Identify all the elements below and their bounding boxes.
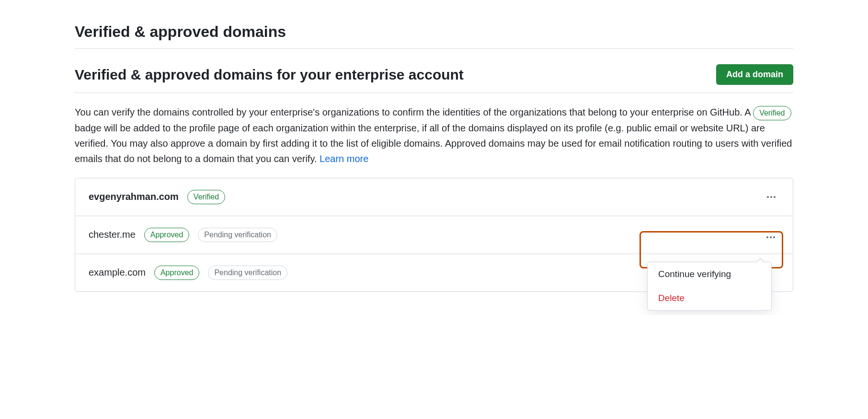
domain-list: evgenyrahman.com Verified chester.me App… (75, 178, 793, 292)
domain-name: evgenyrahman.com (89, 191, 179, 202)
description-part-1: You can verify the domains controlled by… (75, 107, 753, 117)
kebab-menu-button[interactable] (763, 234, 779, 240)
page-title: Verified & approved domains (75, 23, 793, 49)
kebab-icon (770, 236, 772, 238)
status-badge-approved: Approved (154, 266, 200, 280)
status-badge-pending: Pending verification (198, 228, 277, 242)
status-badge-pending: Pending verification (208, 266, 287, 280)
kebab-icon (766, 236, 768, 238)
status-badge-verified: Verified (187, 190, 225, 204)
domain-actions-dropdown: Continue verifying Delete (647, 262, 772, 311)
domain-name: example.com (89, 267, 146, 278)
section-title: Verified & approved domains for your ent… (75, 67, 464, 83)
status-badge-approved: Approved (144, 228, 190, 242)
domain-name: chester.me (89, 229, 136, 240)
kebab-icon (770, 196, 772, 198)
delete-domain-action[interactable]: Delete (648, 286, 771, 310)
kebab-icon (774, 196, 776, 198)
verified-badge-inline: Verified (753, 106, 791, 120)
domain-row: evgenyrahman.com Verified (75, 178, 793, 216)
kebab-icon (773, 236, 775, 238)
description-text: You can verify the domains controlled by… (75, 105, 793, 166)
continue-verifying-action[interactable]: Continue verifying (648, 262, 771, 286)
domain-row: chester.me Approved Pending verification… (75, 216, 793, 254)
learn-more-link[interactable]: Learn more (320, 153, 368, 164)
add-domain-button[interactable]: Add a domain (716, 64, 793, 85)
kebab-menu-button[interactable] (763, 194, 779, 200)
section-header: Verified & approved domains for your ent… (75, 64, 793, 93)
domain-row-left: evgenyrahman.com Verified (89, 190, 225, 204)
kebab-icon (767, 196, 769, 198)
domain-row-left: example.com Approved Pending verificatio… (89, 266, 287, 280)
description-part-2: badge will be added to the profile page … (75, 123, 792, 164)
domain-row-left: chester.me Approved Pending verification (89, 228, 277, 242)
